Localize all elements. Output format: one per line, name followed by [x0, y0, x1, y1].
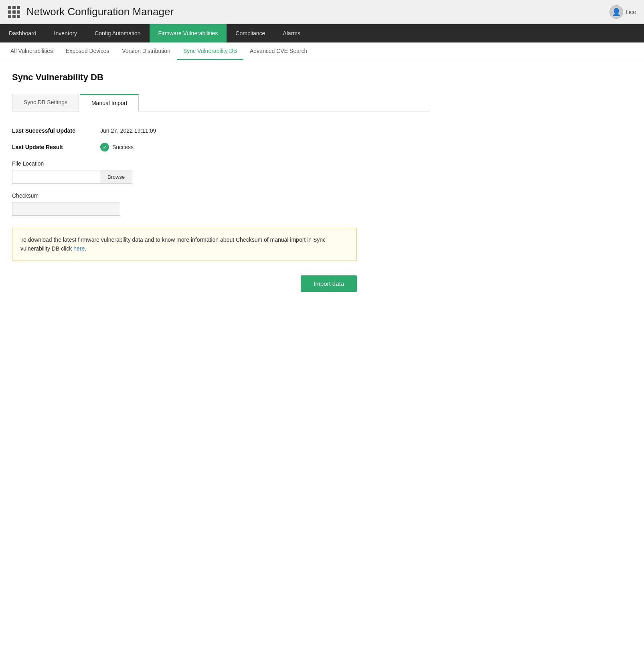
browse-button[interactable]: Browse: [100, 170, 132, 184]
info-box-link[interactable]: here: [73, 245, 85, 252]
app-title: Network Configuration Manager: [26, 6, 610, 18]
page-content: Sync Vulnerability DB Sync DB Settings M…: [0, 60, 441, 308]
subnav-all-vulnerabilities[interactable]: All Vulnerabilities: [4, 42, 59, 60]
last-successful-update-label: Last Successful Update: [12, 127, 100, 134]
nav-item-config-automation[interactable]: Config Automation: [86, 24, 149, 42]
success-text: Success: [112, 144, 134, 150]
info-box-text-after-link: .: [85, 245, 86, 252]
tabs: Sync DB Settings Manual Import: [12, 94, 429, 111]
top-header: Network Configuration Manager 👤 Lice: [0, 0, 644, 24]
app-grid-icon[interactable]: [8, 6, 20, 18]
checksum-input[interactable]: [12, 202, 120, 216]
subnav-version-distribution[interactable]: Version Distribution: [115, 42, 177, 60]
info-box-text-before-link: To download the latest firmware vulnerab…: [20, 237, 326, 252]
nav-item-dashboard[interactable]: Dashboard: [0, 24, 45, 42]
last-update-result-value: ✓ Success: [100, 143, 134, 152]
nav-item-alarms[interactable]: Alarms: [274, 24, 309, 42]
user-area: 👤 Lice: [610, 5, 636, 19]
subnav-advanced-cve-search[interactable]: Advanced CVE Search: [243, 42, 314, 60]
page-title: Sync Vulnerability DB: [12, 72, 429, 83]
nav-item-inventory[interactable]: Inventory: [45, 24, 86, 42]
import-data-button[interactable]: Import data: [301, 275, 357, 292]
last-update-result-label: Last Update Result: [12, 144, 100, 150]
file-location-label: File Location: [12, 160, 429, 167]
tab-manual-import[interactable]: Manual Import: [80, 94, 139, 111]
tab-sync-db-settings[interactable]: Sync DB Settings: [12, 94, 79, 111]
subnav-exposed-devices[interactable]: Exposed Devices: [59, 42, 115, 60]
last-successful-update-row: Last Successful Update Jun 27, 2022 19:1…: [12, 127, 429, 134]
file-location-input[interactable]: [12, 170, 100, 184]
subnav-sync-vulnerability-db[interactable]: Sync Vulnerability DB: [177, 42, 243, 60]
checksum-group: Checksum: [12, 192, 429, 216]
info-box: To download the latest firmware vulnerab…: [12, 228, 357, 261]
last-successful-update-value: Jun 27, 2022 19:11:09: [100, 127, 156, 134]
file-location-group: File Location Browse: [12, 160, 429, 184]
success-icon: ✓: [100, 143, 109, 152]
sub-nav: All Vulnerabilities Exposed Devices Vers…: [0, 42, 644, 60]
nav-item-compliance[interactable]: Compliance: [227, 24, 274, 42]
main-nav: Dashboard Inventory Config Automation Fi…: [0, 24, 644, 42]
user-label: Lice: [626, 9, 636, 15]
form-section: Last Successful Update Jun 27, 2022 19:1…: [12, 123, 429, 296]
checksum-label: Checksum: [12, 192, 429, 199]
nav-item-firmware-vulnerabilities[interactable]: Firmware Vulnerabilities: [150, 24, 227, 42]
user-avatar-icon[interactable]: 👤: [610, 5, 623, 19]
file-input-row: Browse: [12, 170, 429, 184]
import-btn-row: Import data: [12, 275, 357, 292]
last-update-result-row: Last Update Result ✓ Success: [12, 143, 429, 152]
